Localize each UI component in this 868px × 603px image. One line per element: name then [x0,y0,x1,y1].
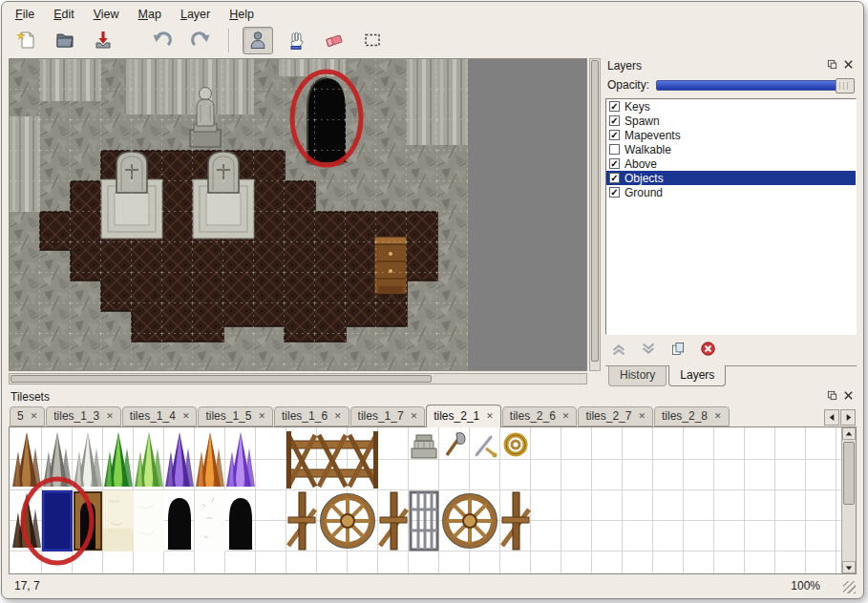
layers-close-button[interactable] [841,60,855,73]
map-canvas[interactable] [10,59,586,370]
new-map-button[interactable]: ★ [11,27,42,54]
tab-close-icon[interactable]: ✕ [638,412,646,421]
tile-sparkle-tile[interactable] [195,490,225,551]
scroll-tabs-left-button[interactable] [824,409,839,426]
move-layer-down-button[interactable] [639,341,658,360]
scrollbar-thumb[interactable] [843,442,855,505]
layer-visibility-checkbox[interactable]: ✓ [609,101,620,112]
eraser-tool-button[interactable] [319,27,349,54]
layer-row-walkable[interactable]: Walkable [606,142,856,156]
tile-crystal-violet[interactable] [225,429,256,490]
menu-help[interactable]: Help [229,8,254,21]
tile-crystal-orange[interactable] [195,429,225,490]
layer-visibility-checkbox[interactable]: ✓ [609,158,620,169]
tile-pale-white-tile[interactable] [134,490,164,551]
scrollbar-thumb[interactable] [591,60,599,362]
scrollbar-thumb[interactable] [11,375,432,383]
tile-cave-entrance-2[interactable] [225,490,256,551]
tile-column-capital[interactable] [409,429,439,460]
tile-door-frame[interactable] [73,490,103,551]
tile-crystal-ice[interactable] [73,429,103,490]
tile-crystal-purple[interactable] [164,429,195,490]
tile-blue-solid-tile[interactable] [42,490,73,551]
layer-row-mapevents[interactable]: ✓Mapevents [606,128,856,142]
tile-fence-post-2[interactable] [378,490,409,551]
tile-crystal-lime[interactable] [134,429,164,490]
tab-close-icon[interactable]: ✕ [486,412,494,421]
layer-visibility-checkbox[interactable]: ✓ [609,130,620,140]
open-button[interactable] [50,27,80,54]
tileset-tab-5[interactable]: 5✕ [10,406,45,426]
tilesets-float-button[interactable] [825,391,838,404]
tab-close-icon[interactable]: ✕ [714,412,722,421]
layer-visibility-checkbox[interactable]: ✓ [609,173,620,183]
layer-row-above[interactable]: ✓Above [606,156,856,171]
tileset-tab-tiles_1_3[interactable]: tiles_1_3✕ [46,406,121,426]
layer-row-ground[interactable]: ✓Ground [606,185,856,199]
layer-row-spawn[interactable]: ✓Spawn [606,114,856,128]
tileset-tab-tiles_1_6[interactable]: tiles_1_6✕ [274,406,349,426]
tab-close-icon[interactable]: ✕ [106,412,114,421]
duplicate-layer-button[interactable] [668,341,688,360]
tileset-tab-tiles_1_4[interactable]: tiles_1_4✕ [122,406,198,426]
tab-close-icon[interactable]: ✕ [411,412,418,421]
tab-close-icon[interactable]: ✕ [182,412,190,421]
npc-tool-button[interactable] [243,27,273,54]
tile-crystal-dark[interactable] [11,490,42,551]
panel-tab-history[interactable]: History [608,366,667,386]
move-layer-up-button[interactable] [609,341,628,360]
opacity-slider[interactable] [656,80,849,91]
tilesets-close-button[interactable] [841,391,855,404]
tileset-tab-tiles_2_8[interactable]: tiles_2_8✕ [654,406,730,426]
tab-close-icon[interactable]: ✕ [258,412,265,421]
layer-row-objects[interactable]: ✓Objects [606,171,856,185]
tile-crystal-brown[interactable] [11,429,42,490]
delete-layer-button[interactable] [698,341,717,360]
menu-edit[interactable]: Edit [53,8,74,21]
tileset-view[interactable] [10,427,841,573]
layer-row-keys[interactable]: ✓Keys [606,99,856,114]
select-tool-button[interactable] [357,27,388,54]
tab-close-icon[interactable]: ✕ [562,412,570,421]
menu-map[interactable]: Map [138,8,161,21]
save-button[interactable] [88,27,118,54]
menu-view[interactable]: View [94,8,119,21]
tile-rope-coil[interactable] [500,429,531,460]
tileset-tab-tiles_1_5[interactable]: tiles_1_5✕ [198,406,273,426]
menu-layer[interactable]: Layer [180,8,210,21]
layer-visibility-checkbox[interactable]: ✓ [609,115,620,126]
tile-cave-entrance[interactable] [164,490,195,551]
scroll-up-icon[interactable] [842,427,856,440]
tab-close-icon[interactable]: ✕ [31,412,38,421]
opacity-slider-handle[interactable] [836,78,855,94]
tileset-tab-tiles_2_7[interactable]: tiles_2_7✕ [578,406,653,426]
tile-shovel[interactable] [439,429,470,460]
tileset-tab-tiles_2_6[interactable]: tiles_2_6✕ [502,406,578,426]
panel-tab-layers[interactable]: Layers [668,365,726,386]
tileset-tab-tiles_1_7[interactable]: tiles_1_7✕ [350,406,426,426]
layer-visibility-checkbox[interactable] [609,144,620,155]
map-horizontal-scrollbar[interactable] [9,373,587,385]
tile-fence-rail[interactable] [286,429,378,490]
resize-grip[interactable] [843,581,856,593]
tile-fence-post-3[interactable] [500,490,531,551]
redo-button[interactable] [185,27,216,54]
tile-fence-post[interactable] [286,490,317,551]
layer-visibility-checkbox[interactable]: ✓ [609,187,620,198]
tile-wagon-wheel-2[interactable] [439,490,500,551]
menu-file[interactable]: File [15,8,34,21]
undo-button[interactable] [147,27,178,54]
tileset-vertical-scrollbar[interactable] [841,427,856,573]
brush-tool-button[interactable] [281,27,311,54]
layers-float-button[interactable] [825,60,838,73]
map-vertical-scrollbar[interactable] [589,58,601,371]
tab-close-icon[interactable]: ✕ [334,412,342,421]
tile-crystal-gray[interactable] [42,429,73,490]
tileset-tab-tiles_2_1[interactable]: tiles_2_1✕ [426,405,501,427]
tile-pale-tile[interactable] [103,490,134,551]
tile-crystal-green[interactable] [103,429,134,490]
tile-metal-grate[interactable] [409,490,439,551]
tile-sword[interactable] [470,429,500,460]
scrollbar-track[interactable] [842,440,856,561]
scroll-tabs-right-button[interactable] [840,409,856,426]
